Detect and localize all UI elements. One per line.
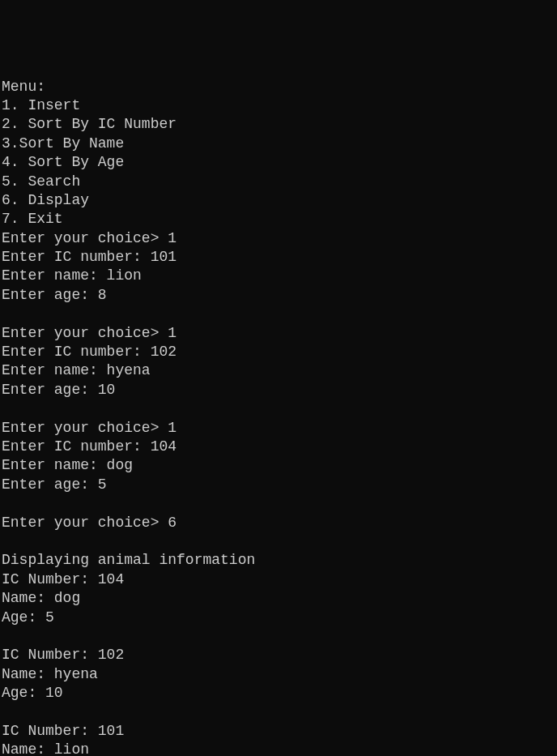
record-ic-line: IC Number: 101 [2,723,124,739]
menu-item-sort-ic: 2. Sort By IC Number [2,116,176,132]
display-header: Displaying animal information [2,552,255,568]
name-prompt-line: Enter name: lion [2,267,142,284]
ic-prompt-line: Enter IC number: 102 [2,344,176,360]
record-name-line: Name: dog [2,590,80,606]
choice-prompt-line: Enter your choice> 1 [2,420,176,436]
choice-prompt-line: Enter your choice> 1 [2,325,176,341]
terminal-output[interactable]: Menu: 1. Insert 2. Sort By IC Number 3.S… [2,78,555,756]
record-name-line: Name: hyena [2,666,98,682]
ic-prompt-line: Enter IC number: 101 [2,249,176,265]
age-prompt-line: Enter age: 5 [2,476,107,493]
record-name-line: Name: lion [2,741,89,756]
menu-item-sort-name: 3.Sort By Name [2,135,124,152]
menu-header: Menu: [2,79,45,95]
menu-item-exit: 7. Exit [2,211,63,227]
record-age-line: Age: 5 [2,609,54,626]
menu-item-display: 6. Display [2,192,89,208]
name-prompt-line: Enter name: dog [2,457,133,473]
name-prompt-line: Enter name: hyena [2,362,151,378]
choice-prompt-line: Enter your choice> 6 [2,515,176,531]
ic-prompt-line: Enter IC number: 104 [2,438,176,455]
record-ic-line: IC Number: 102 [2,647,124,663]
record-age-line: Age: 10 [2,685,63,701]
age-prompt-line: Enter age: 8 [2,287,107,303]
age-prompt-line: Enter age: 10 [2,382,115,398]
menu-item-insert: 1. Insert [2,97,80,113]
record-ic-line: IC Number: 104 [2,571,124,587]
menu-item-search: 5. Search [2,173,80,190]
menu-item-sort-age: 4. Sort By Age [2,154,124,170]
choice-prompt-line: Enter your choice> 1 [2,230,176,246]
